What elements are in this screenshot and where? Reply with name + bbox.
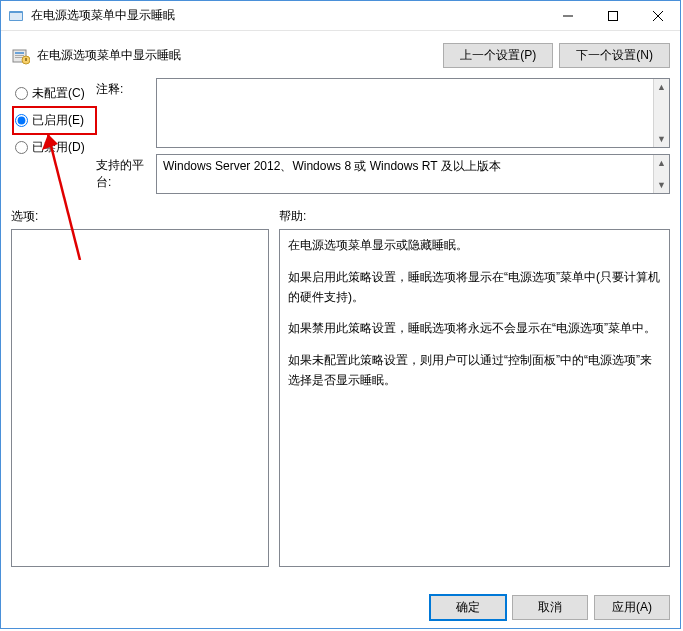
- platform-scrollbar[interactable]: ▲ ▼: [653, 155, 669, 193]
- radio-not-configured-input[interactable]: [15, 87, 28, 100]
- help-paragraph: 如果启用此策略设置，睡眠选项将显示在“电源选项”菜单中(只要计算机的硬件支持)。: [288, 268, 661, 308]
- window-title: 在电源选项菜单中显示睡眠: [31, 7, 545, 24]
- comment-scrollbar[interactable]: ▲ ▼: [653, 79, 669, 147]
- apply-button[interactable]: 应用(A): [594, 595, 670, 620]
- radio-disabled[interactable]: 已禁用(D): [13, 134, 96, 161]
- title-bar: 在电源选项菜单中显示睡眠: [1, 1, 680, 31]
- next-setting-button[interactable]: 下一个设置(N): [559, 43, 670, 68]
- ok-button[interactable]: 确定: [430, 595, 506, 620]
- help-label: 帮助:: [279, 208, 670, 225]
- minimize-button[interactable]: [545, 1, 590, 30]
- policy-title: 在电源选项菜单中显示睡眠: [37, 47, 181, 64]
- radio-enabled-label: 已启用(E): [32, 112, 84, 129]
- help-pane: 在电源选项菜单显示或隐藏睡眠。 如果启用此策略设置，睡眠选项将显示在“电源选项”…: [279, 229, 670, 567]
- cancel-button[interactable]: 取消: [512, 595, 588, 620]
- svg-rect-8: [15, 55, 24, 56]
- platform-box: Windows Server 2012、Windows 8 或 Windows …: [156, 154, 670, 194]
- radio-not-configured[interactable]: 未配置(C): [13, 80, 96, 107]
- close-button[interactable]: [635, 1, 680, 30]
- comment-label: 注释:: [96, 78, 156, 98]
- header-row: 在电源选项菜单中显示睡眠 上一个设置(P) 下一个设置(N): [1, 31, 680, 78]
- help-paragraph: 如果禁用此策略设置，睡眠选项将永远不会显示在“电源选项”菜单中。: [288, 319, 661, 339]
- footer-buttons: 确定 取消 应用(A): [430, 595, 670, 620]
- prev-setting-button[interactable]: 上一个设置(P): [443, 43, 553, 68]
- radio-disabled-label: 已禁用(D): [32, 139, 85, 156]
- maximize-button[interactable]: [590, 1, 635, 30]
- radio-not-configured-label: 未配置(C): [32, 85, 85, 102]
- radio-enabled-input[interactable]: [15, 114, 28, 127]
- window-icon: [7, 7, 25, 25]
- comment-textarea[interactable]: ▲ ▼: [156, 78, 670, 148]
- options-pane: [11, 229, 269, 567]
- platform-value: Windows Server 2012、Windows 8 或 Windows …: [163, 159, 501, 173]
- platform-label: 支持的平台:: [96, 154, 156, 191]
- scroll-up-icon[interactable]: ▲: [654, 155, 669, 171]
- scroll-down-icon[interactable]: ▼: [654, 177, 669, 193]
- svg-rect-11: [25, 58, 26, 61]
- help-paragraph: 如果未配置此策略设置，则用户可以通过“控制面板”中的“电源选项”来选择是否显示睡…: [288, 351, 661, 391]
- svg-rect-7: [15, 52, 24, 54]
- svg-rect-3: [608, 11, 617, 20]
- svg-rect-1: [10, 13, 22, 20]
- options-label: 选项:: [11, 208, 269, 225]
- scroll-down-icon[interactable]: ▼: [654, 131, 669, 147]
- scroll-up-icon[interactable]: ▲: [654, 79, 669, 95]
- help-paragraph: 在电源选项菜单显示或隐藏睡眠。: [288, 236, 661, 256]
- radio-disabled-input[interactable]: [15, 141, 28, 154]
- radio-enabled[interactable]: 已启用(E): [13, 107, 96, 134]
- state-radio-group: 未配置(C) 已启用(E) 已禁用(D): [11, 78, 96, 200]
- policy-icon: [11, 46, 31, 66]
